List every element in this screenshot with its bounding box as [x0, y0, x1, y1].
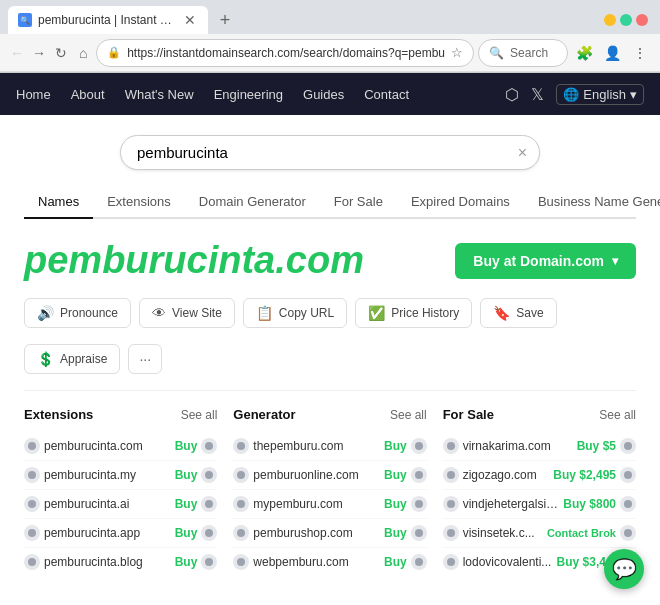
results-grid: Extensions See all pemburucinta.com Buy … — [24, 407, 636, 576]
menu-icon[interactable]: ⋮ — [628, 41, 652, 65]
forward-button[interactable]: → — [30, 40, 48, 66]
nav-guides[interactable]: Guides — [303, 87, 344, 102]
domain-text: pemburucinta.app — [44, 526, 171, 540]
tab-for-sale[interactable]: For Sale — [320, 186, 397, 219]
tab-close-button[interactable]: ✕ — [182, 12, 198, 28]
buy-link[interactable]: Buy — [175, 439, 198, 453]
list-item: virnakarima.com Buy $5 — [443, 432, 636, 461]
domain-text: thepemburu.com — [253, 439, 380, 453]
profile-icon[interactable]: 👤 — [600, 41, 624, 65]
tab-expired-domains[interactable]: Expired Domains — [397, 186, 524, 219]
browser-search-box[interactable]: 🔍 Search — [478, 39, 568, 67]
search-clear-button[interactable]: × — [518, 145, 527, 161]
contact-broker-link[interactable]: Contact Brok — [547, 527, 616, 539]
view-site-button[interactable]: 👁 View Site — [139, 298, 235, 328]
maximize-button[interactable]: □ — [620, 14, 632, 26]
refresh-button[interactable]: ↻ — [52, 40, 70, 66]
bookmark-star-icon[interactable]: ☆ — [451, 45, 463, 60]
tab-names[interactable]: Names — [24, 186, 93, 219]
row-end-icon — [411, 467, 427, 483]
buy-price-link[interactable]: Buy $800 — [563, 497, 616, 511]
home-button[interactable]: ⌂ — [74, 40, 92, 66]
language-selector[interactable]: 🌐 English ▾ — [556, 84, 644, 105]
generator-see-all[interactable]: See all — [390, 408, 427, 422]
appraise-label: Appraise — [60, 352, 107, 366]
buy-link[interactable]: Buy — [384, 526, 407, 540]
price-history-icon: ✅ — [368, 305, 385, 321]
featured-domain-name: pemburucinta.com — [24, 239, 364, 282]
pronounce-button[interactable]: 🔊 Pronounce — [24, 298, 131, 328]
language-chevron-icon: ▾ — [630, 87, 637, 102]
list-item: pemburucinta.my Buy — [24, 461, 217, 490]
domain-text: pemburucinta.com — [44, 439, 171, 453]
tab-business-name[interactable]: Business Name Generator — [524, 186, 660, 219]
copy-url-icon: 📋 — [256, 305, 273, 321]
domain-text: webpemburu.com — [253, 555, 380, 569]
github-icon[interactable]: ⬡ — [505, 85, 519, 104]
row-end-icon — [411, 438, 427, 454]
buy-link[interactable]: Buy — [384, 555, 407, 569]
domain-text: pemburushop.com — [253, 526, 380, 540]
new-tab-button[interactable]: + — [212, 7, 238, 33]
pronounce-label: Pronounce — [60, 306, 118, 320]
more-button[interactable]: ··· — [128, 344, 162, 374]
buy-link[interactable]: Buy — [384, 439, 407, 453]
list-item: pemburucinta.ai Buy — [24, 490, 217, 519]
buy-link[interactable]: Buy — [175, 497, 198, 511]
generator-column: Generator See all thepemburu.com Buy pem… — [233, 407, 426, 576]
language-label: English — [583, 87, 626, 102]
copy-url-button[interactable]: 📋 Copy URL — [243, 298, 347, 328]
row-end-icon — [201, 525, 217, 541]
list-item: pemburuonline.com Buy — [233, 461, 426, 490]
minimize-button[interactable]: − — [604, 14, 616, 26]
buy-link[interactable]: Buy — [175, 468, 198, 482]
extensions-icon[interactable]: 🧩 — [572, 41, 596, 65]
domain-text: mypemburu.com — [253, 497, 380, 511]
site-header: Home About What's New Engineering Guides… — [0, 73, 660, 115]
nav-contact[interactable]: Contact — [364, 87, 409, 102]
nav-about[interactable]: About — [71, 87, 105, 102]
buy-link[interactable]: Buy — [384, 468, 407, 482]
nav-icons: 🧩 👤 ⋮ — [572, 41, 652, 65]
domain-search-wrapper[interactable]: × — [120, 135, 540, 170]
address-bar[interactable]: 🔒 https://instantdomainsearch.com/search… — [96, 39, 474, 67]
chat-bubble-button[interactable]: 💬 — [604, 549, 644, 589]
row-end-icon — [411, 496, 427, 512]
buy-price-link[interactable]: Buy $2,495 — [553, 468, 616, 482]
twitter-icon[interactable]: 𝕏 — [531, 85, 544, 104]
domain-text: pemburucinta.my — [44, 468, 171, 482]
buy-price-link[interactable]: Buy $5 — [577, 439, 616, 453]
extensions-see-all[interactable]: See all — [181, 408, 218, 422]
appraise-button[interactable]: 💲 Appraise — [24, 344, 120, 374]
price-history-button[interactable]: ✅ Price History — [355, 298, 472, 328]
buy-domain-button[interactable]: Buy at Domain.com ▾ — [455, 243, 636, 279]
active-tab[interactable]: 🔍 pemburucinta | Instant Domain... ✕ — [8, 6, 208, 34]
domain-dot-icon — [443, 438, 459, 454]
buy-link[interactable]: Buy — [175, 526, 198, 540]
buy-link[interactable]: Buy — [384, 497, 407, 511]
nav-whats-new[interactable]: What's New — [125, 87, 194, 102]
save-button[interactable]: 🔖 Save — [480, 298, 556, 328]
window-controls: − □ ✕ — [604, 14, 652, 26]
list-item: webpemburu.com Buy — [233, 548, 426, 576]
tab-domain-generator[interactable]: Domain Generator — [185, 186, 320, 219]
nav-home[interactable]: Home — [16, 87, 51, 102]
back-button[interactable]: ← — [8, 40, 26, 66]
for-sale-column: For Sale See all virnakarima.com Buy $5 … — [443, 407, 636, 576]
row-end-icon — [620, 525, 636, 541]
domain-text: pemburucinta.blog — [44, 555, 171, 569]
domain-search-input[interactable] — [121, 136, 539, 169]
domain-dot-icon — [443, 496, 459, 512]
close-button[interactable]: ✕ — [636, 14, 648, 26]
for-sale-see-all[interactable]: See all — [599, 408, 636, 422]
nav-engineering[interactable]: Engineering — [214, 87, 283, 102]
tab-extensions[interactable]: Extensions — [93, 186, 185, 219]
buy-link[interactable]: Buy — [175, 555, 198, 569]
tab-title: pemburucinta | Instant Domain... — [38, 13, 176, 27]
row-end-icon — [201, 496, 217, 512]
domain-text: visinsetek.c... — [463, 526, 543, 540]
divider — [24, 390, 636, 391]
domain-dot-icon — [443, 467, 459, 483]
buy-button-label: Buy at Domain.com — [473, 253, 604, 269]
domain-dot-icon — [24, 554, 40, 570]
